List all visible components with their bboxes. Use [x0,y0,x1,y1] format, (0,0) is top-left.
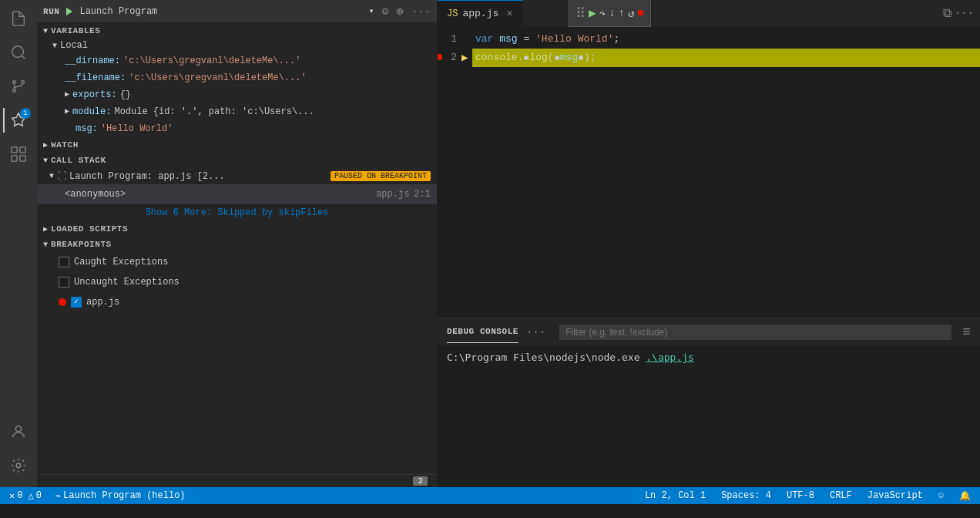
cursor-position[interactable]: Ln 2, Col 1 [642,490,709,501]
tab-close-btn[interactable]: × [506,8,512,20]
variables-section-header[interactable]: ▼ VARIABLES [37,23,437,39]
watch-section-header[interactable]: ▶ WATCH [37,137,437,153]
encoding-indicator[interactable]: UTF-8 [784,490,817,501]
bp-caught-checkbox[interactable] [59,257,69,267]
bp-uncaught-exceptions[interactable]: Uncaught Exceptions [37,272,437,292]
code-line-1: var msg = 'Hello World' ; [472,30,980,49]
debug-console: DEBUG CONSOLE ··· ≡ C:\Program Files\nod… [438,318,980,487]
debug-float-bar: ⠿ ▶ ↷ ↓ ↑ ↺ ■ [569,0,651,27]
svg-marker-13 [66,7,72,15]
bp-appjs[interactable]: ✓ app.js [37,292,437,312]
svg-point-0 [12,46,24,58]
callstack-frame-0[interactable]: <anonymous> app.js 2:1 [37,184,437,204]
main-container: RUN Launch Program ▾ ⚙ ⊕ ··· ▼ VARIABLES… [0,0,980,487]
var-exports[interactable]: ▶ exports: {} [37,86,437,103]
appjs-tab[interactable]: JS app.js × [438,0,523,27]
feedback-btn[interactable]: ☺ [935,490,947,501]
stop-btn[interactable]: ■ [637,7,643,19]
debug-arrow: ▶ [461,49,468,67]
files-icon[interactable] [3,3,34,34]
breakpoints-section-header[interactable]: ▼ BREAKPOINTS [37,237,437,252]
more-editor-btn[interactable]: ··· [955,7,974,19]
extensions-icon[interactable] [3,139,34,170]
bp-caught-exceptions[interactable]: Caught Exceptions [37,252,437,272]
notification-bell-icon: 🔔 [959,490,971,502]
step-into-btn[interactable]: ↓ [609,7,615,19]
tab-bar-row: ⠿ ▶ ↷ ↓ ↑ ↺ ■ JS app.js × ⧉ ··· [438,0,980,27]
launch-program-label: Launch Program [79,6,364,17]
settings-icon[interactable] [3,450,34,481]
show-more-btn[interactable]: Show 6 More: Skipped by skipFiles [37,204,437,221]
bp-appjs-checkbox[interactable]: ✓ [71,297,82,308]
loaded-scripts-title: LOADED SCRIPTS [51,224,128,234]
split-editor-btn[interactable]: ⧉ [943,6,951,21]
console-header: DEBUG CONSOLE ··· ≡ [438,318,980,345]
breakpoint-count-badge: 2 [413,476,428,486]
editor-area: ⠿ ▶ ↷ ↓ ↑ ↺ ■ JS app.js × ⧉ ··· [438,0,980,487]
line-number-2: 2 [438,49,465,67]
paused-badge: PAUSED ON BREAKPOINT [331,171,431,181]
settings-gear-btn[interactable]: ⚙ [382,5,388,18]
console-more-btn[interactable]: ··· [526,326,545,338]
launch-item[interactable]: ▼ ⛶ Launch Program: app.js [2... PAUSED … [37,168,437,184]
svg-point-3 [22,81,25,84]
svg-rect-8 [20,147,25,153]
svg-point-2 [13,81,16,84]
bp-uncaught-label: Uncaught Exceptions [74,274,180,290]
error-indicator[interactable]: ✕ 0 △ 0 [6,490,45,502]
restart-btn[interactable]: ↺ [628,7,634,20]
debug-launch-status[interactable]: ⌁ Launch Program (hello) [52,490,189,502]
variables-chevron: ▼ [43,27,48,35]
code-content: ▶ var msg = 'Hello World' ; console . lo… [472,27,980,318]
console-body: C:\Program Files\nodejs\node.exe .\app.j… [438,345,980,487]
console-output-line: C:\Program Files\nodejs\node.exe .\app.j… [447,352,971,363]
code-line-2: console . log ( msg ) ; [472,49,980,67]
warning-count: 0 [36,490,42,501]
var-dirname[interactable]: __dirname: 'c:\Users\gregvanl\deleteMe\.… [37,52,437,69]
bp-uncaught-checkbox[interactable] [59,277,69,288]
local-chevron: ▼ [52,42,57,50]
language-indicator[interactable]: JavaScript [864,490,926,501]
loaded-scripts-section-header[interactable]: ▶ LOADED SCRIPTS [37,221,437,237]
breakpoints-chevron: ▼ [43,240,48,249]
activity-bottom [3,416,34,487]
svg-point-11 [15,426,21,432]
add-config-btn[interactable]: ⊕ [396,4,404,19]
more-options-btn[interactable]: ··· [411,5,431,18]
svg-rect-7 [12,147,17,153]
notifications-btn[interactable]: 🔔 [956,490,974,502]
debug-badge: 1 [20,108,31,119]
launch-dropdown-arrow[interactable]: ▾ [368,5,374,17]
continue-btn[interactable]: ▶ [589,5,596,21]
var-module[interactable]: ▶ module: Module {id: '.', path: 'c:\Use… [37,103,437,120]
var-filename[interactable]: __filename: 'c:\Users\gregvanl\deleteMe\… [37,69,437,86]
local-group-header[interactable]: ▼ Local [37,39,437,52]
drag-handle-icon[interactable]: ⠿ [576,5,586,22]
step-over-btn[interactable]: ↷ [599,7,606,20]
line-ending-indicator[interactable]: CRLF [827,490,855,501]
breakpoint-dot-inline [524,56,529,60]
tab-filename: app.js [462,8,498,19]
svg-point-4 [13,89,16,92]
account-icon[interactable] [3,416,34,447]
source-control-icon[interactable] [3,71,34,102]
var-msg[interactable]: msg: 'Hello World' [37,120,437,137]
step-out-btn[interactable]: ↑ [618,7,624,19]
debug-icon[interactable]: 1 [3,105,34,136]
status-bar: ✕ 0 △ 0 ⌁ Launch Program (hello) Ln 2, C… [0,487,980,504]
debug-console-tab[interactable]: DEBUG CONSOLE [447,321,519,343]
console-file-link[interactable]: .\app.js [646,352,694,363]
local-group-label: Local [60,40,88,51]
warning-triangle-icon: △ [28,490,33,502]
debug-thread-icon: ⛶ [57,170,66,182]
spaces-indicator[interactable]: Spaces: 4 [718,490,774,501]
loaded-scripts-chevron: ▶ [43,224,48,234]
console-clear-btn[interactable]: ≡ [962,325,971,340]
language-label: JavaScript [868,490,923,501]
console-filter-input[interactable] [559,325,951,340]
search-icon[interactable] [3,37,34,68]
line-number-1: 1 [438,30,465,49]
callstack-section-header[interactable]: ▼ CALL STACK [37,153,437,168]
spaces-label: Spaces: 4 [721,490,771,501]
line-ending-label: CRLF [830,490,852,501]
